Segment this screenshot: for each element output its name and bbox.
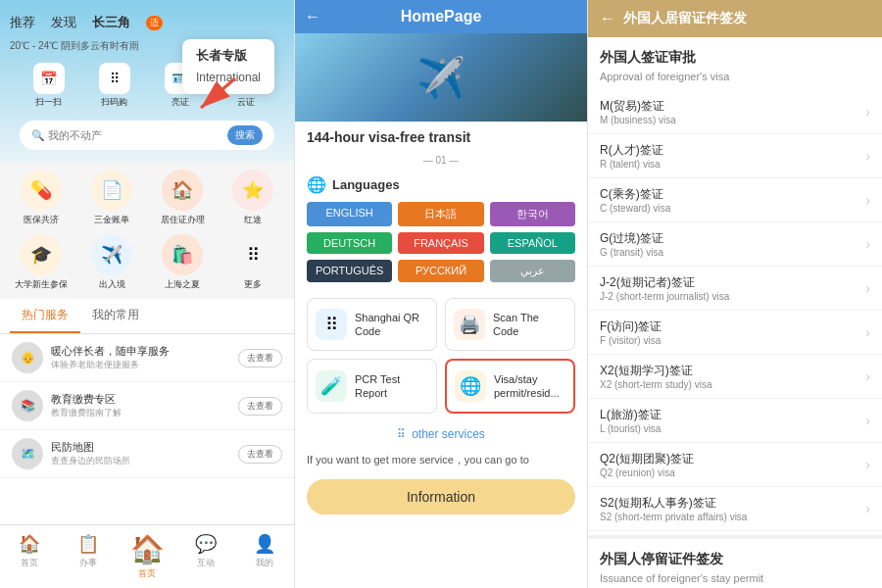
service-cards: ⠿ Shanghai QR Code 🖨️ Scan The Code 🧪 PC… xyxy=(295,290,587,421)
other-services-label: other services xyxy=(412,427,485,441)
bottom-nav: 🏠 首页 📋 办事 🏠 首页 💬 互动 👤 我的 xyxy=(0,524,294,588)
list-item[interactable]: 👴 暖心伴长者，随申享服务 体验养老助老便捷服务 去查看 xyxy=(0,334,294,382)
right-content: 外国人签证审批 Approval of foreigner's visa M(贸… xyxy=(588,37,882,588)
go-button-0[interactable]: 去查看 xyxy=(238,349,282,368)
service-sanjin[interactable]: 📄 三金账单 xyxy=(80,170,143,226)
visa-sub-f: F (visitor) visa xyxy=(600,335,865,346)
lang-spanish[interactable]: ESPAÑOL xyxy=(490,232,575,254)
quick-icon-scan[interactable]: 📅 扫一扫 xyxy=(18,59,79,113)
main-label: 首页 xyxy=(138,567,156,580)
visa-main-l: L(旅游)签证 xyxy=(600,407,865,423)
interact-icon: 💬 xyxy=(195,533,217,555)
service-more[interactable]: ⠿ 更多 xyxy=(221,234,284,291)
visa-sub-m: M (business) visa xyxy=(600,115,865,125)
go-button-2[interactable]: 去查看 xyxy=(238,445,282,464)
visa-item-x2[interactable]: X2(短期学习)签证 X2 (short-term study) visa › xyxy=(588,355,882,399)
card-scan-code[interactable]: 🖨️ Scan The Code xyxy=(445,298,575,351)
left-panel: 推荐 发现 长三角 适 长者专版 International 20℃ - 24℃… xyxy=(0,0,294,588)
search-input[interactable] xyxy=(31,129,221,141)
scan-icon: 📅 xyxy=(33,63,65,94)
avatar-1: 📚 xyxy=(12,390,43,421)
visa-sub-r: R (talent) visa xyxy=(600,159,865,170)
visa-sub-j2: J-2 (short-term journalist) visa xyxy=(600,291,865,302)
languages-title: Languages xyxy=(332,177,400,192)
nav-item-recommend[interactable]: 推荐 xyxy=(10,14,35,31)
bottom-nav-main[interactable]: 🏠 首页 xyxy=(118,529,176,584)
visa-item-f[interactable]: F(访问)签证 F (visitor) visa › xyxy=(588,311,882,355)
visa-item-q2[interactable]: Q2(短期团聚)签证 Q2 (reunion) visa › xyxy=(588,443,882,487)
visa-sub-c: C (steward) visa xyxy=(600,203,865,214)
visa-main-j2: J-2(短期记者)签证 xyxy=(600,274,865,291)
visa-item-r[interactable]: R(人才)签证 R (talent) visa › xyxy=(588,134,882,178)
languages-header: 🌐 Languages xyxy=(307,175,575,194)
svg-line-1 xyxy=(201,78,235,108)
arrow-icon-s2: › xyxy=(865,501,870,516)
red-arrow-icon xyxy=(186,69,245,118)
lang-korean[interactable]: 한국어 xyxy=(490,202,575,226)
lang-german[interactable]: DEUTSCH xyxy=(307,232,392,254)
middle-title: HomePage xyxy=(401,8,482,25)
tab-my-services[interactable]: 我的常用 xyxy=(80,299,151,333)
grid-icon: ⠿ xyxy=(397,427,406,441)
visa-item-g[interactable]: G(过境)签证 G (transit) visa › xyxy=(588,222,882,267)
lang-japanese[interactable]: 日本語 xyxy=(398,202,483,226)
section-subheading-1: Approval of foreigner's visa xyxy=(588,71,882,90)
list-item[interactable]: 🗺️ 民防地图 查查身边的民防场所 去查看 xyxy=(0,430,294,478)
tabs-row: 热门服务 我的常用 xyxy=(0,299,294,334)
service-name-0: 暖心伴长者，随申享服务 xyxy=(51,344,230,359)
sanjin-icon: 📄 xyxy=(91,170,132,211)
plane-icon: ✈️ xyxy=(416,55,466,101)
globe-icon: 🌐 xyxy=(307,175,326,194)
visa-main-s2: S2(短期私人事务)签证 xyxy=(600,495,865,512)
service-hongtu[interactable]: ⭐ 红途 xyxy=(221,170,284,226)
card-visa[interactable]: 🌐 Visa/stay permit/resid... xyxy=(445,359,575,414)
service-juzhu[interactable]: 🏠 居住证办理 xyxy=(151,170,214,226)
lang-french[interactable]: FRANÇAIS xyxy=(398,232,483,254)
card-shanghai-qr[interactable]: ⠿ Shanghai QR Code xyxy=(307,298,437,351)
right-back-button[interactable]: ← xyxy=(600,10,615,27)
info-button[interactable]: Information xyxy=(307,479,575,514)
tooltip-title: 长者专版 xyxy=(196,47,261,65)
top-bar: 推荐 发现 长三角 适 长者专版 International 20℃ - 24℃… xyxy=(0,0,294,162)
bottom-nav-interact[interactable]: 💬 互动 xyxy=(176,529,235,584)
visa-icon: 🌐 xyxy=(455,370,486,402)
search-bar: 搜索 xyxy=(20,121,274,150)
middle-back-button[interactable]: ← xyxy=(305,8,320,25)
service-churujing[interactable]: ✈️ 出入境 xyxy=(80,234,143,291)
bottom-nav-profile[interactable]: 👤 我的 xyxy=(235,529,294,584)
visa-item-j2[interactable]: J-2(短期记者)签证 J-2 (short-term journalist) … xyxy=(588,267,882,311)
arrow-icon-f: › xyxy=(865,324,870,340)
service-shanghai[interactable]: 🛍️ 上海之夏 xyxy=(151,234,214,291)
lang-portuguese[interactable]: PORTUGUÊS xyxy=(307,260,392,282)
nav-item-delta[interactable]: 长三角 xyxy=(92,14,130,31)
bottom-nav-tasks[interactable]: 📋 办事 xyxy=(59,529,118,584)
lang-russian[interactable]: РУССКИЙ xyxy=(398,260,483,282)
bottom-nav-home[interactable]: 🏠 首页 xyxy=(0,529,59,584)
shanghai-icon: 🛍️ xyxy=(162,234,203,275)
qr-label: 扫码购 xyxy=(101,96,127,109)
list-item[interactable]: 📚 教育缴费专区 教育缴费指南了解 去查看 xyxy=(0,382,294,430)
service-daxue[interactable]: 🎓 大学新生参保 xyxy=(10,234,73,291)
visa-item-c[interactable]: C(乘务)签证 C (steward) visa › xyxy=(588,178,882,222)
card-pcr[interactable]: 🧪 PCR Test Report xyxy=(307,359,437,414)
profile-icon: 👤 xyxy=(254,533,275,555)
search-button[interactable]: 搜索 xyxy=(227,125,263,145)
avatar-0: 👴 xyxy=(12,342,43,373)
visa-main-f: F(访问)签证 xyxy=(600,318,865,335)
service-yibao[interactable]: 💊 医保共济 xyxy=(10,170,73,226)
service-name-2: 民防地图 xyxy=(51,440,230,455)
visa-item-m[interactable]: M(贸易)签证 M (business) visa › xyxy=(588,90,882,134)
nav-badge: 适 xyxy=(146,16,163,30)
lang-arabic[interactable]: عربي xyxy=(490,260,575,282)
arrow-icon-q2: › xyxy=(865,457,870,472)
scan-label: 扫一扫 xyxy=(35,96,62,109)
quick-icon-qr[interactable]: ⠿ 扫码购 xyxy=(83,59,145,113)
visa-item-l[interactable]: L(旅游)签证 L (tourist) visa › xyxy=(588,399,882,443)
service-desc-0: 体验养老助老便捷服务 xyxy=(51,359,230,371)
go-button-1[interactable]: 去查看 xyxy=(238,397,282,416)
visa-item-s2[interactable]: S2(短期私人事务)签证 S2 (short-term private affa… xyxy=(588,487,882,531)
lang-english[interactable]: ENGLISH xyxy=(307,202,392,226)
tab-hot-services[interactable]: 热门服务 xyxy=(10,299,80,333)
other-services-button[interactable]: ⠿ other services xyxy=(295,421,587,447)
nav-item-discover[interactable]: 发现 xyxy=(51,14,76,31)
